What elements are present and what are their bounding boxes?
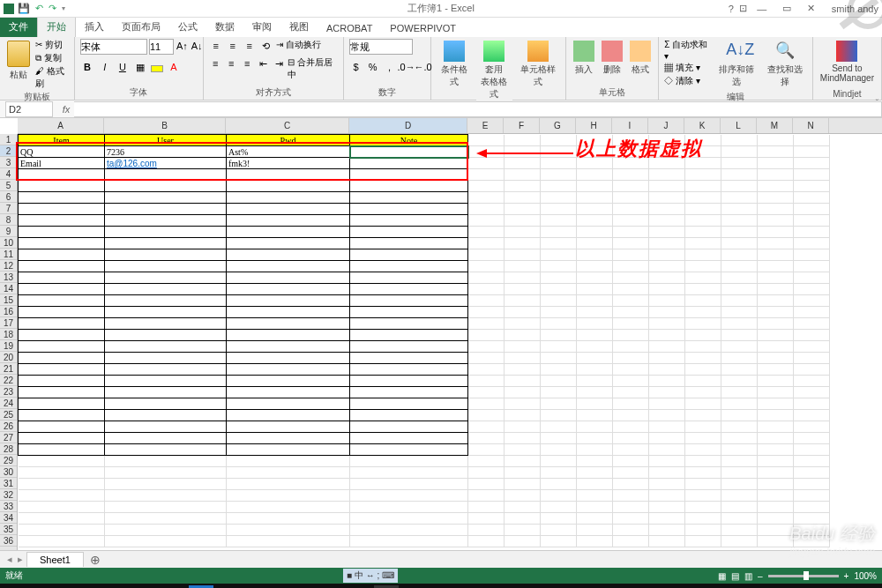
cell-L10[interactable]	[721, 238, 758, 249]
cell-M31[interactable]	[758, 479, 794, 490]
cell-J35[interactable]	[649, 525, 685, 536]
cell-N8[interactable]	[794, 215, 830, 227]
cell-E29[interactable]	[468, 456, 505, 467]
cell-E34[interactable]	[468, 513, 505, 525]
cell-L30[interactable]	[721, 467, 758, 479]
cell-L15[interactable]	[721, 295, 758, 307]
copy-button[interactable]: ⧉ 复制	[35, 52, 69, 64]
cell-E22[interactable]	[468, 376, 505, 387]
cell-K30[interactable]	[685, 467, 721, 479]
cell-E19[interactable]	[468, 341, 505, 353]
cell-H34[interactable]	[577, 513, 613, 525]
cell-K11[interactable]	[685, 249, 721, 261]
cell-F13[interactable]	[505, 272, 541, 284]
cell-G29[interactable]	[541, 456, 577, 467]
cell-H36[interactable]	[577, 536, 613, 547]
cell-L20[interactable]	[721, 353, 758, 364]
cell-L33[interactable]	[721, 502, 758, 513]
cell-M10[interactable]	[758, 238, 794, 249]
cell-M4[interactable]	[758, 169, 794, 181]
cell-L34[interactable]	[721, 513, 758, 525]
cell-C22[interactable]	[227, 376, 350, 387]
cell-E33[interactable]	[468, 502, 505, 513]
align-mid-icon[interactable]: ≡	[226, 39, 240, 53]
cell-F10[interactable]	[505, 238, 541, 249]
cell-B21[interactable]	[105, 364, 227, 376]
percent-icon[interactable]: %	[366, 60, 380, 74]
cell-H11[interactable]	[577, 249, 613, 261]
cell-F4[interactable]	[505, 169, 541, 181]
cell-E23[interactable]	[468, 387, 505, 398]
cell-G21[interactable]	[541, 364, 577, 376]
cell-L32[interactable]	[721, 490, 758, 502]
cell-E31[interactable]	[468, 479, 505, 490]
cell-A34[interactable]	[19, 513, 105, 525]
cell-L22[interactable]	[721, 376, 758, 387]
save-icon[interactable]: 💾	[18, 3, 30, 14]
tab-powerpivot[interactable]: POWERPIVOT	[381, 19, 465, 37]
cell-F19[interactable]	[505, 341, 541, 353]
cell-E11[interactable]	[468, 249, 505, 261]
cell-H30[interactable]	[577, 467, 613, 479]
formula-input[interactable]	[74, 101, 882, 117]
cell-L14[interactable]	[721, 284, 758, 295]
cell-A28[interactable]	[19, 444, 105, 456]
cell-L7[interactable]	[721, 204, 758, 215]
cell-C31[interactable]	[227, 479, 350, 490]
cell-E15[interactable]	[468, 295, 505, 307]
cell-C17[interactable]	[227, 318, 350, 330]
cell-M30[interactable]	[758, 467, 794, 479]
cell-M27[interactable]	[758, 433, 794, 444]
cell-F23[interactable]	[505, 387, 541, 398]
cell-D5[interactable]	[350, 181, 468, 192]
row-header-29[interactable]: 29	[0, 455, 17, 466]
cell-B28[interactable]	[105, 444, 227, 456]
cell-D14[interactable]	[350, 284, 468, 295]
cell-F5[interactable]	[505, 181, 541, 192]
cell-M36[interactable]	[758, 536, 794, 547]
zoom-out-button[interactable]: –	[758, 571, 763, 581]
row-header-16[interactable]: 16	[0, 306, 17, 317]
cell-B23[interactable]	[105, 387, 227, 398]
cell-F6[interactable]	[505, 192, 541, 204]
cell-H10[interactable]	[577, 238, 613, 249]
indent-inc-icon[interactable]: ⇥	[273, 56, 286, 71]
cell-N18[interactable]	[794, 330, 830, 341]
cell-E21[interactable]	[468, 364, 505, 376]
cell-B11[interactable]	[105, 249, 227, 261]
cell-G24[interactable]	[541, 398, 577, 410]
cell-J21[interactable]	[649, 364, 685, 376]
cell-K22[interactable]	[685, 376, 721, 387]
cell-M23[interactable]	[758, 387, 794, 398]
cell-C9[interactable]	[227, 227, 350, 238]
cell-E24[interactable]	[468, 398, 505, 410]
cell-C33[interactable]	[227, 502, 350, 513]
view-normal-icon[interactable]: ▦	[718, 571, 726, 581]
cell-D15[interactable]	[350, 295, 468, 307]
cell-E3[interactable]	[468, 158, 505, 169]
cell-J23[interactable]	[649, 387, 685, 398]
cell-B26[interactable]	[105, 421, 227, 433]
cell-C4[interactable]	[227, 169, 350, 181]
cell-E27[interactable]	[468, 433, 505, 444]
cell-A15[interactable]	[19, 295, 105, 307]
cell-N9[interactable]	[794, 227, 830, 238]
row-header-6[interactable]: 6	[0, 191, 17, 203]
cell-N30[interactable]	[794, 467, 830, 479]
cell-J28[interactable]	[649, 444, 685, 456]
cell-C15[interactable]	[227, 295, 350, 307]
comma-icon[interactable]: ,	[383, 60, 397, 74]
row-header-15[interactable]: 15	[0, 294, 17, 306]
cell-K33[interactable]	[685, 502, 721, 513]
cell-C32[interactable]	[227, 490, 350, 502]
cell-H7[interactable]	[577, 204, 613, 215]
zoom-slider[interactable]	[768, 575, 839, 577]
cell-D9[interactable]	[350, 227, 468, 238]
cell-D27[interactable]	[350, 433, 468, 444]
cell-K17[interactable]	[685, 318, 721, 330]
align-center-icon[interactable]: ≡	[225, 56, 238, 71]
autosum-button[interactable]: Σ 自动求和 ▾	[664, 39, 711, 61]
cell-N17[interactable]	[794, 318, 830, 330]
cell-I20[interactable]	[613, 353, 649, 364]
align-top-icon[interactable]: ≡	[209, 39, 223, 53]
